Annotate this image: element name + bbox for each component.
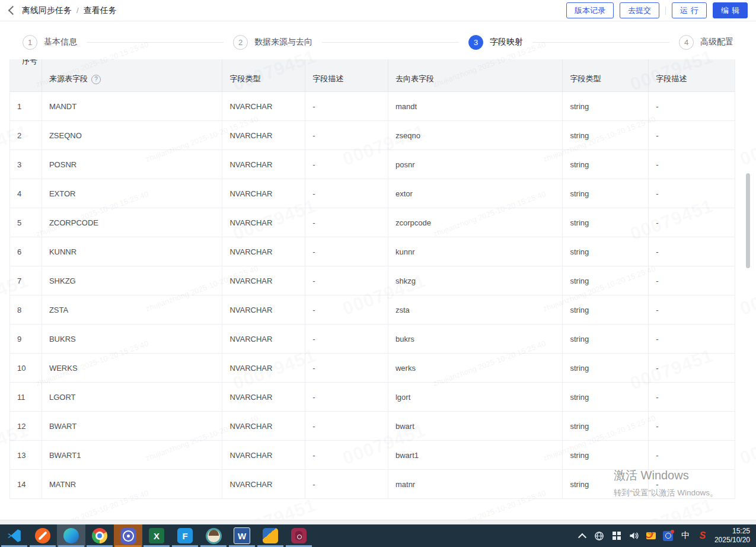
cell-no: 7: [10, 266, 42, 295]
cell-no: 1: [10, 92, 42, 120]
cell-src: MANDT: [42, 92, 222, 120]
cell-src: ZSEQNO: [42, 121, 222, 150]
cell-dst_desc: -: [649, 179, 735, 208]
version-history-button[interactable]: 版本记录: [566, 2, 614, 18]
table-row: 2ZSEQNONVARCHAR-zseqnostring-: [10, 121, 735, 150]
cell-dst_type: string: [563, 179, 649, 208]
taskbar-foxit[interactable]: [256, 524, 285, 547]
cell-dst_type: string: [563, 383, 649, 411]
header-dest-desc: 字段描述: [649, 59, 735, 91]
table-row: 5ZCORPCODENVARCHAR-zcorpcodestring-: [10, 208, 735, 237]
cell-dst_type: string: [563, 208, 649, 237]
cell-no: 6: [10, 237, 42, 266]
taskbar-sync-client-active[interactable]: [114, 524, 142, 547]
cell-src_type: NVARCHAR: [222, 441, 305, 469]
taskbar-red-database-app[interactable]: [285, 524, 313, 547]
cell-src_desc: -: [305, 354, 388, 382]
taskbar-excel[interactable]: X: [142, 524, 171, 547]
table-row: 13BWART1NVARCHAR-bwart1string-: [10, 441, 735, 470]
taskbar-edge[interactable]: [57, 524, 85, 547]
cell-no: 4: [10, 179, 42, 208]
wizard-stepper: 1 基本信息 2 数据来源与去向 3 字段映射 4 高级配置: [0, 24, 756, 61]
vertical-scrollbar-thumb[interactable]: [746, 173, 750, 268]
sync-client-icon: [120, 528, 136, 544]
help-icon[interactable]: ?: [91, 75, 101, 84]
cell-src_desc: -: [305, 237, 388, 266]
table-header: 序号 来源表字段? 字段类型 字段描述 去向表字段 字段类型 字段描述: [10, 59, 735, 92]
cell-dst_desc: -: [649, 383, 735, 411]
cell-dst_type: string: [563, 470, 649, 498]
cell-src_type: NVARCHAR: [222, 325, 305, 353]
cell-src_desc: -: [305, 179, 388, 208]
cell-no: 3: [10, 150, 42, 179]
cell-no: 9: [10, 325, 42, 353]
sogou-input-icon[interactable]: S: [697, 530, 709, 542]
cell-dst_desc: -: [649, 470, 735, 498]
run-button[interactable]: 运行: [672, 2, 707, 18]
cell-no: 11: [10, 383, 42, 411]
back-icon[interactable]: [8, 6, 18, 15]
step-source-destination[interactable]: 2 数据来源与去向: [233, 35, 312, 50]
cell-dst_desc: -: [649, 121, 735, 150]
cell-dst: shkzg: [388, 266, 563, 295]
system-tray: 中 S: [576, 524, 713, 547]
windows-taskbar: X F W 中 S: [0, 524, 756, 547]
header-dest-field: 去向表字段: [388, 59, 563, 91]
cell-dst: lgort: [388, 383, 563, 411]
cell-src_type: NVARCHAR: [222, 470, 305, 498]
table-row: 7SHKZGNVARCHAR-shkzgstring-: [10, 266, 735, 295]
cell-src: MATNR: [42, 470, 222, 498]
clock-time: 15:25: [714, 527, 750, 536]
watermark-id: 00079451: [737, 419, 756, 469]
table-row: 1MANDTNVARCHAR-mandtstring-: [10, 92, 735, 121]
cell-dst: zsta: [388, 295, 563, 324]
submit-button[interactable]: 去提交: [620, 2, 659, 18]
taskbar-word[interactable]: W: [228, 524, 256, 547]
header-actions: 版本记录 去提交 运行 编辑: [566, 2, 748, 18]
cell-dst_type: string: [563, 92, 649, 120]
ime-language-indicator[interactable]: 中: [680, 530, 691, 542]
cell-dst: matnr: [388, 470, 563, 498]
network-globe-icon[interactable]: [594, 530, 605, 542]
orange-pen-app-icon: [35, 528, 50, 543]
watermark-id: 00079451: [737, 270, 756, 320]
tray-expand-icon[interactable]: [576, 530, 588, 542]
step-number: 4: [679, 35, 694, 50]
cell-src_type: NVARCHAR: [222, 354, 305, 382]
step-label: 基本信息: [44, 37, 77, 47]
breadcrumb-view-task: 查看任务: [84, 5, 117, 16]
edit-button[interactable]: 编辑: [713, 2, 748, 18]
taskbar-dbeaver[interactable]: [199, 524, 228, 547]
cell-dst_desc: -: [649, 412, 735, 440]
cell-src_desc: -: [305, 412, 388, 440]
taskbar-file-manager[interactable]: F: [171, 524, 199, 547]
widgets-grid-icon[interactable]: [611, 530, 623, 542]
taskbar-chrome[interactable]: [85, 524, 114, 547]
cell-src_desc: -: [305, 295, 388, 324]
volume-icon[interactable]: [628, 530, 640, 542]
table-row: 12BWARTNVARCHAR-bwartstring-: [10, 412, 735, 441]
step-advanced-config[interactable]: 4 高级配置: [679, 35, 733, 50]
cell-dst_type: string: [563, 441, 649, 469]
taskbar-vscode[interactable]: [0, 524, 28, 547]
foxmail-icon[interactable]: [645, 530, 657, 542]
cell-dst_desc: -: [649, 150, 735, 179]
cell-dst: zseqno: [388, 121, 563, 150]
cell-src_desc: -: [305, 383, 388, 411]
taskbar-orange-pen-app[interactable]: [28, 524, 57, 547]
step-field-mapping[interactable]: 3 字段映射: [468, 35, 523, 50]
table-row: 11LGORTNVARCHAR-lgortstring-: [10, 383, 735, 412]
cell-src: BUKRS: [42, 325, 222, 353]
table-row: 3POSNRNVARCHAR-posnrstring-: [10, 150, 735, 179]
horizontal-scrollbar-track[interactable]: [0, 520, 756, 524]
cell-src: ZCORPCODE: [42, 208, 222, 237]
notification-app-icon[interactable]: [662, 530, 674, 542]
step-basic-info[interactable]: 1 基本信息: [23, 35, 77, 50]
cell-src_type: NVARCHAR: [222, 295, 305, 324]
cell-src_desc: -: [305, 92, 388, 120]
taskbar-clock[interactable]: 15:25 2025/10/20: [713, 524, 756, 547]
cell-no: 13: [10, 441, 42, 469]
breadcrumb-offline-sync-tasks[interactable]: 离线同步任务: [22, 5, 72, 16]
cell-dst_desc: -: [649, 325, 735, 353]
screen: 离线同步任务 / 查看任务 版本记录 去提交 运行 编辑 1 基本信息 2 数据…: [0, 0, 756, 547]
